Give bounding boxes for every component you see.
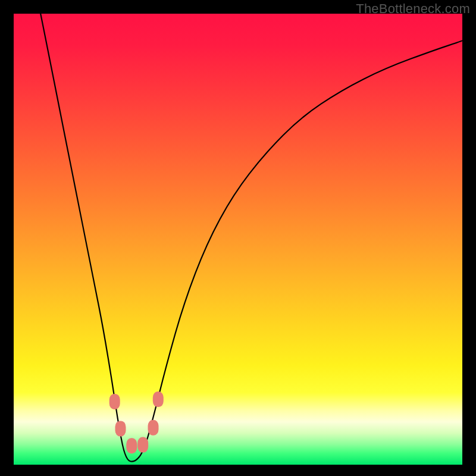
- curve-marker: [109, 394, 120, 409]
- curve-marker: [153, 392, 164, 407]
- bottleneck-chart: [14, 14, 462, 465]
- curve-marker: [115, 421, 126, 436]
- curve-marker: [137, 437, 148, 453]
- curve-marker: [148, 420, 159, 436]
- curve-marker: [126, 438, 137, 453]
- chart-frame: [14, 14, 462, 465]
- gradient-background: [14, 14, 462, 465]
